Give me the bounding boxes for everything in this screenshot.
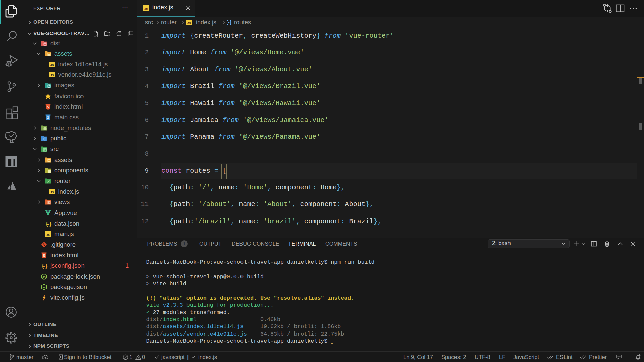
svg-text:JS: JS — [46, 233, 50, 236]
svg-text:}: } — [49, 220, 52, 227]
svg-text:3: 3 — [47, 116, 49, 120]
svg-text:JS: JS — [50, 63, 54, 67]
svg-text:JS: JS — [42, 286, 45, 289]
svg-text:5: 5 — [43, 253, 45, 257]
svg-text:}: } — [45, 263, 48, 269]
svg-text:{: { — [42, 263, 44, 269]
svg-text:{: { — [46, 220, 48, 227]
svg-text:JS: JS — [144, 7, 148, 11]
svg-text:JS: JS — [50, 74, 54, 77]
svg-text:JS: JS — [42, 276, 45, 279]
svg-text:JS: JS — [50, 191, 54, 194]
svg-text:JS: JS — [187, 22, 191, 25]
svg-text:5: 5 — [47, 105, 49, 109]
